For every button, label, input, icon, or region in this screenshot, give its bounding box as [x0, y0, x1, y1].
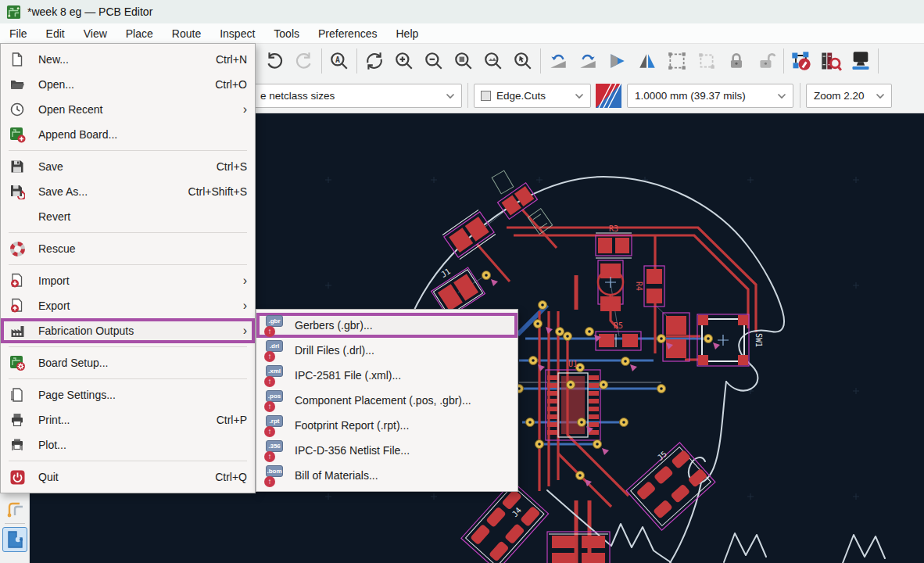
chevron-down-icon: [446, 93, 455, 99]
menu-item-revert[interactable]: Revert: [1, 204, 255, 229]
pc-view-button[interactable]: [846, 46, 876, 76]
append-board-icon: [8, 125, 27, 144]
undo-icon: [264, 51, 285, 71]
printer-icon: [8, 411, 27, 429]
submenu-item-drill-files[interactable]: .drl↑ Drill Files (.drl)...: [256, 338, 518, 363]
update-schematic-button[interactable]: [786, 46, 816, 76]
menu-preferences[interactable]: Preferences: [309, 25, 386, 42]
layer-color-swatch: [481, 91, 491, 101]
submenu-item-ipc2581[interactable]: .xml↑ IPC-2581 File (.xml)...: [256, 363, 518, 388]
menu-item-open-recent[interactable]: Open Recent ›: [1, 97, 255, 122]
pad-shape-icon: [5, 529, 25, 550]
menu-item-open[interactable]: Open... Ctrl+O: [1, 72, 255, 97]
menu-item-page-settings[interactable]: Page Settings...: [1, 382, 255, 407]
nav-back-button[interactable]: [543, 46, 573, 76]
label-R3: R3: [609, 224, 618, 233]
mirror-button[interactable]: [632, 46, 662, 76]
menu-item-save-as[interactable]: Save As... Ctrl+Shift+S: [1, 179, 255, 204]
zoom-select[interactable]: Zoom 2.20: [806, 84, 892, 108]
submenu-item-footprint-report[interactable]: .rpt↑ Footprint Report (.rpt)...: [256, 413, 518, 438]
submenu-item-bill-of-materials[interactable]: .bom↑ Bill of Materials...: [256, 463, 518, 488]
menu-edit[interactable]: Edit: [37, 25, 74, 42]
library-browser-button[interactable]: [816, 46, 846, 76]
zoom-out-icon: [424, 51, 444, 71]
refresh-icon: [364, 51, 385, 71]
menu-item-fabrication-outputs[interactable]: Fabrication Outputs ›: [1, 318, 255, 343]
no-icon: [8, 207, 27, 226]
mirror-icon: [637, 51, 657, 71]
label-U1: U1: [568, 360, 578, 368]
menu-item-rescue[interactable]: Rescue: [1, 236, 255, 261]
pc-view-icon: [850, 50, 872, 72]
toolbar-separator: [321, 48, 322, 74]
nav-forward-button[interactable]: [573, 46, 603, 76]
app-icon: [6, 5, 21, 20]
menu-inspect[interactable]: Inspect: [210, 25, 264, 42]
menu-file[interactable]: File: [0, 25, 37, 42]
menu-item-new[interactable]: New... Ctrl+N: [1, 47, 255, 72]
nav-back-icon: [548, 51, 568, 71]
group-icon: [667, 51, 687, 71]
save-as-icon: [8, 182, 27, 201]
new-file-icon: [8, 50, 27, 69]
menu-item-save[interactable]: Save Ctrl+S: [1, 154, 255, 179]
fabrication-outputs-submenu: .gbr↑ Gerbers (.gbr)... .drl↑ Drill File…: [256, 309, 518, 492]
layer-pair-button[interactable]: [596, 84, 621, 108]
submenu-item-gerbers[interactable]: .gbr↑ Gerbers (.gbr)...: [256, 313, 518, 338]
open-folder-icon: [8, 75, 27, 94]
submenu-item-component-placement[interactable]: .pos↑ Component Placement (.pos, .gbr)..…: [256, 388, 518, 413]
zoom-in-button[interactable]: [389, 46, 419, 76]
label-R4: R4: [635, 282, 643, 291]
refresh-button[interactable]: [360, 46, 389, 76]
layer-value: Edge.Cuts: [496, 90, 546, 102]
find-button[interactable]: A: [324, 46, 354, 76]
lock-button[interactable]: [722, 46, 751, 76]
submenu-item-ipc-d-356[interactable]: .356↑ IPC-D-356 Netlist File...: [256, 438, 518, 463]
zoom-objects-button[interactable]: [478, 46, 508, 76]
unlock-button[interactable]: [751, 46, 781, 76]
menu-item-export[interactable]: Export ›: [1, 293, 255, 318]
redo-button[interactable]: [289, 46, 319, 76]
page-settings-icon: [8, 385, 27, 404]
group-button[interactable]: [662, 46, 692, 76]
menu-item-board-setup[interactable]: Board Setup...: [1, 350, 255, 375]
toolbar-separator: [540, 48, 541, 74]
plotter-icon: [8, 436, 27, 454]
menu-item-append-board[interactable]: Append Board...: [1, 122, 255, 147]
clock-icon: [8, 100, 27, 119]
chevron-down-icon: [575, 93, 584, 99]
zoom-selection-button[interactable]: [508, 46, 538, 76]
flip-board-button[interactable]: [603, 46, 632, 76]
xml-file-icon: .xml↑: [263, 365, 284, 385]
menu-tools[interactable]: Tools: [264, 25, 309, 42]
undo-button[interactable]: [260, 46, 289, 76]
layer-select[interactable]: Edge.Cuts: [474, 84, 591, 108]
menu-view[interactable]: View: [74, 25, 116, 42]
menu-item-print[interactable]: Print... Ctrl+P: [1, 407, 255, 432]
ungroup-button[interactable]: [692, 46, 722, 76]
zoom-fit-button[interactable]: [449, 46, 478, 76]
submenu-arrow-icon: ›: [243, 274, 247, 288]
grid-value: 1.0000 mm (39.37 mils): [635, 90, 746, 102]
flip-board-icon: [607, 51, 628, 71]
zoom-in-icon: [394, 51, 414, 71]
selected-appearance-tool[interactable]: [2, 527, 27, 552]
chevron-down-icon: [777, 93, 786, 99]
menu-route[interactable]: Route: [163, 25, 210, 42]
submenu-arrow-icon: ›: [243, 324, 247, 338]
menu-item-quit[interactable]: Quit Ctrl+Q: [1, 464, 255, 489]
menu-help[interactable]: Help: [386, 25, 428, 42]
file-menu: New... Ctrl+N Open... Ctrl+O Open Recent…: [0, 43, 256, 493]
toolbar-separator: [467, 83, 468, 108]
menu-item-import[interactable]: Import ›: [1, 268, 255, 293]
grid-select[interactable]: 1.0000 mm (39.37 mils): [627, 84, 793, 108]
pcb-editor-window: *week 8 eg — PCB Editor File Edit View P…: [0, 0, 924, 563]
menu-place[interactable]: Place: [116, 25, 163, 42]
menubar: File Edit View Place Route Inspect Tools…: [0, 23, 924, 44]
route-traces-tool[interactable]: [2, 495, 27, 520]
toolbar-separator: [800, 83, 800, 108]
zoom-fit-icon: [453, 51, 474, 71]
zoom-out-button[interactable]: [419, 46, 449, 76]
menu-item-plot[interactable]: Plot...: [1, 432, 255, 457]
lock-icon: [726, 51, 747, 71]
